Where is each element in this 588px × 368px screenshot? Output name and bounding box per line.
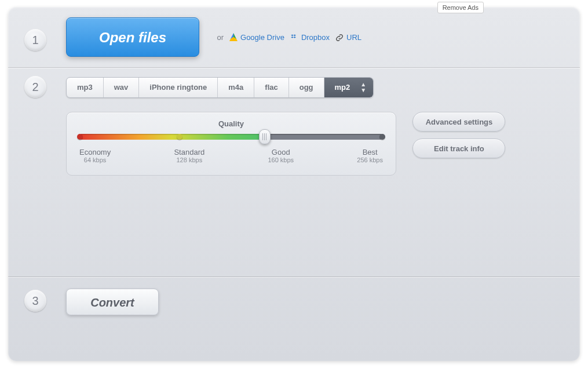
format-mp3[interactable]: mp3 bbox=[67, 78, 104, 97]
quality-rate: 128 kbps bbox=[174, 156, 204, 163]
google-drive-icon bbox=[229, 33, 238, 41]
format-mp2[interactable]: mp2 ▲▼ bbox=[324, 78, 374, 97]
format-iphone-ringtone[interactable]: iPhone ringtone bbox=[139, 78, 218, 97]
quality-rate: 64 kbps bbox=[79, 156, 111, 163]
quality-label-standard: Standard 128 kbps bbox=[174, 148, 204, 163]
format-ogg[interactable]: ogg bbox=[289, 78, 324, 97]
quality-tick-best bbox=[379, 134, 385, 140]
convert-button[interactable]: Convert bbox=[66, 289, 159, 315]
google-drive-link[interactable]: Google Drive bbox=[229, 33, 284, 42]
link-icon bbox=[335, 32, 344, 42]
step-1-section: 1 Open files or Google Drive Dropbox URL bbox=[8, 7, 580, 67]
step-2-section: 2 mp3 wav iPhone ringtone m4a flac ogg m… bbox=[8, 68, 580, 276]
quality-slider-handle[interactable] bbox=[259, 129, 271, 144]
step-3-section: 3 Convert bbox=[8, 277, 580, 329]
quality-panel: Quality Economy 64 kbps Standard 128 bbox=[66, 112, 396, 176]
edit-track-info-button[interactable]: Edit track info bbox=[412, 139, 505, 158]
quality-name: Good bbox=[272, 148, 290, 156]
format-tabs: mp3 wav iPhone ringtone m4a flac ogg mp2… bbox=[66, 77, 374, 98]
advanced-settings-button[interactable]: Advanced settings bbox=[412, 112, 505, 132]
format-mp2-label: mp2 bbox=[335, 83, 350, 92]
open-files-button[interactable]: Open files bbox=[66, 17, 199, 57]
format-wav[interactable]: wav bbox=[104, 78, 140, 97]
remove-ads-button[interactable]: Remove Ads bbox=[437, 2, 484, 13]
quality-tick-standard bbox=[177, 134, 182, 140]
step-1-badge: 1 bbox=[24, 29, 46, 51]
quality-name: Economy bbox=[79, 148, 111, 156]
dropbox-icon bbox=[290, 32, 298, 42]
dropbox-link[interactable]: Dropbox bbox=[290, 32, 330, 42]
format-flac[interactable]: flac bbox=[254, 78, 288, 97]
quality-rate: 160 kbps bbox=[268, 156, 294, 163]
quality-label-best: Best 256 kbps bbox=[357, 148, 383, 163]
source-links: or Google Drive Dropbox URL bbox=[217, 32, 361, 42]
quality-title: Quality bbox=[79, 119, 383, 128]
step-3-badge: 3 bbox=[24, 290, 46, 312]
url-label: URL bbox=[346, 33, 361, 42]
quality-label-good: Good 160 kbps bbox=[268, 148, 294, 163]
quality-label-economy: Economy 64 kbps bbox=[79, 148, 111, 163]
quality-rate: 256 kbps bbox=[357, 156, 383, 163]
step-2-badge: 2 bbox=[24, 76, 46, 98]
converter-panel: 1 Open files or Google Drive Dropbox URL bbox=[8, 7, 580, 361]
format-m4a[interactable]: m4a bbox=[218, 78, 254, 97]
google-drive-label: Google Drive bbox=[240, 33, 284, 42]
quality-labels: Economy 64 kbps Standard 128 kbps Good 1… bbox=[79, 148, 383, 163]
quality-slider-fill bbox=[79, 134, 265, 140]
or-label: or bbox=[217, 33, 224, 42]
url-link[interactable]: URL bbox=[335, 32, 361, 42]
quality-name: Best bbox=[363, 148, 378, 156]
quality-name: Standard bbox=[174, 148, 204, 156]
side-buttons: Advanced settings Edit track info bbox=[412, 112, 505, 165]
chevron-updown-icon: ▲▼ bbox=[360, 82, 366, 93]
quality-slider-track[interactable] bbox=[79, 134, 383, 140]
dropbox-label: Dropbox bbox=[301, 33, 330, 42]
quality-tick-economy bbox=[77, 134, 83, 140]
